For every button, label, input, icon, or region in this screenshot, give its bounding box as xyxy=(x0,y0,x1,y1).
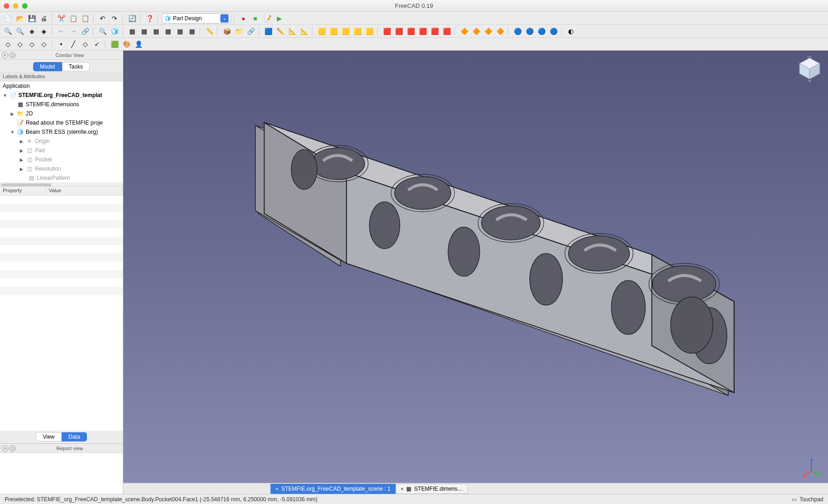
tree-2d-folder[interactable]: ▶📁2D xyxy=(0,109,123,118)
close-report-icon[interactable]: × xyxy=(2,445,8,452)
view-top-icon[interactable]: ▦ xyxy=(139,26,149,36)
link-icon[interactable]: 🔗 xyxy=(80,26,90,36)
draft-icon[interactable]: 🔵 xyxy=(536,26,546,36)
close-tab-icon[interactable]: × xyxy=(276,486,278,492)
shape-binder-icon[interactable]: • xyxy=(56,39,66,49)
workbench-selector[interactable]: 🧊Part Design ⌄ xyxy=(162,13,231,23)
save-icon[interactable]: 💾 xyxy=(27,13,37,23)
copy-icon[interactable]: 📋 xyxy=(68,13,78,23)
chamfer-icon[interactable]: 🔵 xyxy=(524,26,535,36)
view-front-icon[interactable]: ▦ xyxy=(127,26,137,36)
tab-view[interactable]: View xyxy=(36,432,62,441)
sweep-icon[interactable]: 🟨 xyxy=(352,26,362,36)
macro-edit-icon[interactable]: 📝 xyxy=(262,13,272,23)
group-icon[interactable]: 📁 xyxy=(234,26,244,36)
appearance-icon[interactable]: 🟩 xyxy=(109,39,120,49)
macro-stop-icon[interactable]: ■ xyxy=(250,13,260,23)
multi-transform-icon[interactable]: 🔶 xyxy=(495,26,505,36)
nav-style-selector[interactable]: ▭ Touchpad xyxy=(792,496,823,503)
tab-tasks[interactable]: Tasks xyxy=(62,62,90,71)
3d-viewport[interactable]: × STEMFIE.org_FreeCAD_template_scene : 1… xyxy=(123,51,828,494)
view-rear-icon[interactable]: ▦ xyxy=(163,26,173,36)
tab-data[interactable]: Data xyxy=(62,432,87,441)
groove-icon[interactable]: 🟥 xyxy=(406,26,416,36)
macro-record-icon[interactable]: ● xyxy=(238,13,248,23)
open-icon[interactable]: 📂 xyxy=(15,13,25,23)
datum-line-icon[interactable]: ◇ xyxy=(15,39,25,49)
close-panel-icon[interactable]: × xyxy=(2,52,8,58)
nav-cube[interactable] xyxy=(796,55,823,83)
tree-application[interactable]: Application xyxy=(0,81,123,91)
macro-run-icon[interactable]: ▶ xyxy=(274,13,284,23)
tree-read-about[interactable]: 📝Read about the STEMFIE proje xyxy=(0,118,123,127)
new-icon[interactable]: 📄 xyxy=(3,13,13,23)
fit-selection-icon[interactable]: 🔍 xyxy=(15,26,25,36)
edit-sketch-icon[interactable]: 📐 xyxy=(287,26,297,36)
polar-pattern-icon[interactable]: 🔶 xyxy=(483,26,493,36)
isometric-icon[interactable]: ◈ xyxy=(27,26,37,36)
part-icon[interactable]: 📦 xyxy=(222,26,232,36)
fillet-icon[interactable]: 🔵 xyxy=(512,26,523,36)
doc-tab-scene[interactable]: × STEMFIE.org_FreeCAD_template_scene : 1 xyxy=(270,484,396,494)
clone-icon[interactable]: ◇ xyxy=(80,39,90,49)
loft-icon[interactable]: 🟨 xyxy=(340,26,351,36)
sub-loft-icon[interactable]: 🟥 xyxy=(418,26,428,36)
whatsthis-icon[interactable]: ❓ xyxy=(144,13,155,23)
view-left-icon[interactable]: ▦ xyxy=(187,26,197,36)
thickness-icon[interactable]: 🔵 xyxy=(548,26,558,36)
sub-helix-icon[interactable]: 🟥 xyxy=(442,26,452,36)
refresh-icon[interactable]: 🔄 xyxy=(127,13,137,23)
pad-icon[interactable]: 🟨 xyxy=(316,26,327,36)
tree-pocket[interactable]: ▶◫Pocket xyxy=(0,155,123,164)
undock-panel-icon[interactable]: ◻ xyxy=(9,52,16,58)
tree-beam-body[interactable]: ▼🧊Beam STR ESS (stemfie.org) xyxy=(0,127,123,137)
undock-report-icon[interactable]: ◻ xyxy=(9,445,16,452)
close-tab-icon[interactable]: × xyxy=(401,486,403,492)
linear-pattern-icon[interactable]: 🔶 xyxy=(471,26,481,36)
tab-model[interactable]: Model xyxy=(33,62,62,71)
hole-icon[interactable]: 🟥 xyxy=(394,26,404,36)
body-icon[interactable]: 🟦 xyxy=(263,26,273,36)
print-icon[interactable]: 🖨 xyxy=(39,13,49,23)
tree-hscroll[interactable] xyxy=(0,183,123,186)
view-bottom-icon[interactable]: ▦ xyxy=(175,26,185,36)
boolean-icon[interactable]: ◐ xyxy=(566,26,576,36)
additive-helix-icon[interactable]: 🟨 xyxy=(364,26,374,36)
human-icon[interactable]: 👤 xyxy=(133,39,144,49)
revolution-icon[interactable]: 🟨 xyxy=(328,26,339,36)
cut-icon[interactable]: ✂️ xyxy=(56,13,66,23)
tree-doc[interactable]: ▼📄STEMFIE.org_FreeCAD_templat xyxy=(0,91,123,100)
model-tree[interactable]: Application ▼📄STEMFIE.org_FreeCAD_templa… xyxy=(0,81,123,183)
datum-plane-icon[interactable]: ◇ xyxy=(3,39,13,49)
fit-all-icon[interactable]: 🔍 xyxy=(3,26,13,36)
sub-sweep-icon[interactable]: 🟥 xyxy=(430,26,440,36)
sketch-icon[interactable]: ✏️ xyxy=(275,26,285,36)
color-per-face-icon[interactable]: 🎨 xyxy=(121,39,132,49)
paste-icon[interactable]: 📋 xyxy=(80,13,90,23)
property-tabs: View Data xyxy=(0,430,123,443)
zoom-icon[interactable]: 🔍 xyxy=(98,26,108,36)
tree-pad[interactable]: ▶◫Pad xyxy=(0,146,123,155)
link-make-icon[interactable]: 🔗 xyxy=(246,26,256,36)
doc-tab-dims[interactable]: × ▦ STEMFIE.dimens… xyxy=(396,484,468,494)
redo-icon[interactable]: ↷ xyxy=(109,13,120,23)
report-panel: × ◻ Report view xyxy=(0,443,123,494)
datum-point-icon[interactable]: ◇ xyxy=(27,39,37,49)
undo-icon[interactable]: ↶ xyxy=(98,13,108,23)
sub-binder-icon[interactable]: ╱ xyxy=(68,39,78,49)
pocket-icon[interactable]: 🟥 xyxy=(382,26,392,36)
tree-revolution[interactable]: ▶◫Revolution xyxy=(0,164,123,173)
mirror-icon[interactable]: 🔶 xyxy=(459,26,469,36)
map-sketch-icon[interactable]: 📐 xyxy=(299,26,309,36)
nav-fwd-icon[interactable]: → xyxy=(68,26,78,36)
measure-icon[interactable]: 📏 xyxy=(204,26,214,36)
axonometric-icon[interactable]: ◈ xyxy=(39,26,49,36)
tree-spreadsheet[interactable]: ▦STEMFIE.dimensions xyxy=(0,100,123,109)
nav-back-icon[interactable]: ← xyxy=(56,26,66,36)
view-right-icon[interactable]: ▦ xyxy=(151,26,161,36)
tree-origin[interactable]: ▶✛Origin xyxy=(0,137,123,146)
tree-linear-pattern[interactable]: ▤LinearPattern xyxy=(0,173,123,183)
draw-style-icon[interactable]: 🧊 xyxy=(109,26,120,36)
check-geom-icon[interactable]: ✓ xyxy=(92,39,102,49)
datum-cs-icon[interactable]: ◇ xyxy=(39,39,49,49)
